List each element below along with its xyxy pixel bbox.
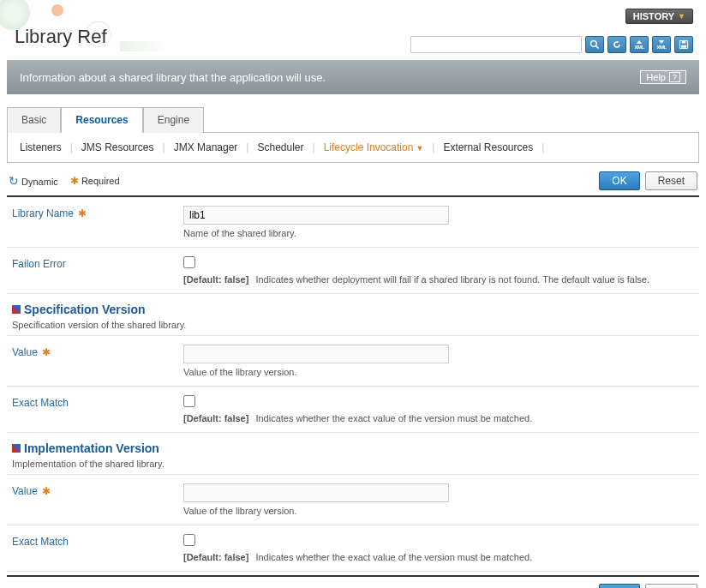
library-name-label: Library Name ✱ [12, 206, 183, 219]
ok-button-top[interactable]: OK [599, 171, 639, 190]
impl-value-input[interactable] [183, 483, 449, 502]
history-button[interactable]: HISTORY▼ [625, 9, 693, 24]
required-legend: ✱ Required [70, 175, 120, 187]
ok-button-bottom[interactable]: OK [599, 584, 639, 588]
spec-value-label: Value ✱ [12, 345, 183, 358]
spec-value-help: Value of the library version. [183, 367, 694, 377]
reset-button-top[interactable]: Reset [645, 171, 697, 190]
impl-exact-help: [Default: false]Indicates whether the ex… [183, 552, 694, 562]
page-title: Library Ref [15, 26, 693, 48]
impl-exact-label: Exact Match [12, 534, 183, 548]
dynamic-icon: ↻ [9, 174, 19, 188]
help-button[interactable]: Help? [640, 70, 686, 84]
required-icon: ✱ [42, 485, 51, 497]
tab-basic[interactable]: Basic [7, 107, 61, 133]
sub-tabs: Listeners| JMS Resources| JMX Manager| S… [16, 140, 690, 155]
subtab-external[interactable]: External Resources [440, 140, 536, 155]
spec-section-title: Specification Version [12, 303, 694, 316]
impl-value-label: Value ✱ [12, 483, 183, 497]
info-text: Information about a shared library that … [20, 71, 326, 84]
help-icon: ? [669, 72, 680, 82]
subtab-scheduler[interactable]: Scheduler [254, 140, 307, 155]
impl-section-title: Implementation Version [12, 441, 694, 455]
chevron-down-icon: ▼ [678, 12, 685, 21]
tab-engine[interactable]: Engine [143, 107, 204, 133]
required-icon: ✱ [78, 207, 87, 219]
library-name-help: Name of the shared library. [183, 228, 694, 238]
spec-exact-help: [Default: false]Indicates whether the ex… [183, 413, 694, 423]
subtab-jmx[interactable]: JMX Manager [171, 140, 242, 155]
impl-section-desc: Implementation of the shared library. [12, 459, 694, 469]
failon-error-checkbox[interactable] [183, 256, 195, 268]
failon-error-label: Failon Error [12, 256, 183, 270]
failon-error-help: [Default: false]Indicates whether deploy… [183, 274, 694, 285]
library-name-input[interactable] [183, 206, 449, 225]
impl-value-help: Value of the library version. [183, 506, 694, 516]
spec-value-input[interactable] [183, 345, 449, 363]
subtab-lifecycle[interactable]: Lifecycle Invocation▼ [320, 140, 428, 155]
impl-exact-checkbox[interactable] [183, 534, 195, 546]
main-tabs: Basic Resources Engine [7, 106, 699, 133]
info-bar: Information about a shared library that … [7, 60, 699, 94]
spec-exact-label: Exact Match [12, 395, 183, 409]
required-icon: ✱ [70, 175, 79, 187]
spec-exact-checkbox[interactable] [183, 395, 195, 407]
dynamic-legend: ↻ Dynamic [9, 174, 58, 188]
section-flag-icon [12, 305, 21, 314]
section-flag-icon [12, 444, 21, 453]
spec-section-desc: Specification version of the shared libr… [12, 320, 694, 330]
required-icon: ✱ [42, 346, 51, 358]
chevron-down-icon: ▼ [416, 144, 423, 153]
reset-button-bottom[interactable]: Reset [645, 584, 697, 588]
subtab-listeners[interactable]: Listeners [16, 140, 65, 155]
subtab-jms[interactable]: JMS Resources [78, 140, 158, 155]
tab-resources[interactable]: Resources [61, 107, 142, 133]
